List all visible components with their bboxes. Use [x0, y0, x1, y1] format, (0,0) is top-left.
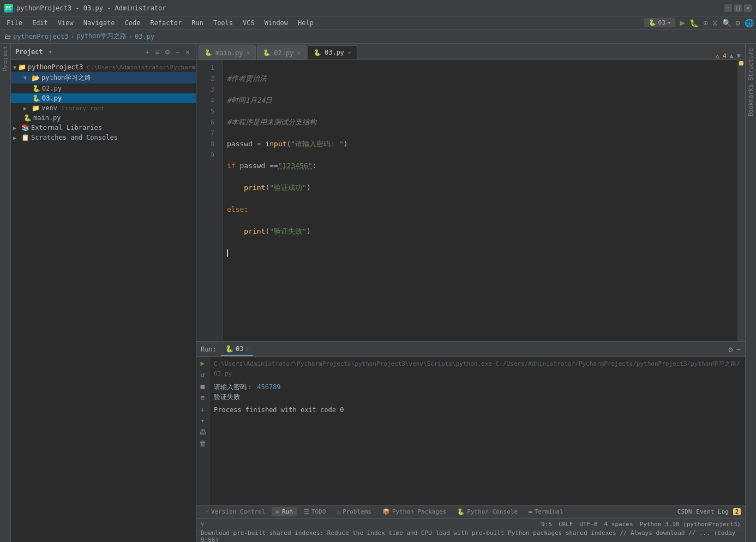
- tree-item-scratches[interactable]: ▶ 📋 Scratches and Consoles: [11, 133, 196, 142]
- sidebar-minimize-icon[interactable]: −: [173, 47, 181, 56]
- footer-tab-problems-label: Problems: [343, 508, 371, 515]
- line-col-status[interactable]: 9:5: [541, 521, 552, 528]
- title-bar: PC pythonProject3 - 03.py - Administrato…: [0, 0, 756, 16]
- menu-code[interactable]: Code: [121, 18, 145, 28]
- menu-file[interactable]: File: [2, 18, 27, 28]
- menu-tools[interactable]: Tools: [209, 18, 237, 28]
- menu-run[interactable]: Run: [187, 18, 208, 28]
- maximize-button[interactable]: □: [734, 4, 742, 12]
- scroll-up-icon[interactable]: ▲: [730, 52, 734, 59]
- chevron-down-icon: ▾: [49, 48, 52, 56]
- tab-mainpy[interactable]: 🐍 main.py ×: [199, 45, 256, 59]
- tab-02py[interactable]: 🐍 02.py ×: [257, 45, 307, 59]
- run-side-panel: ▶ ↺ ■ ≡ ↓ ▾ 🖶 🗑: [196, 357, 209, 505]
- run-print-icon[interactable]: 🖶: [199, 428, 206, 436]
- project-label[interactable]: 🗁: [4, 33, 11, 40]
- indent-status[interactable]: 4 spaces: [604, 521, 633, 528]
- run-settings-icon[interactable]: ⚙: [728, 345, 733, 354]
- footer-tab-packages[interactable]: 📦 Python Packages: [378, 507, 451, 516]
- tree-item-02py[interactable]: 🐍 02.py: [11, 84, 196, 93]
- run-stop-icon[interactable]: ■: [201, 382, 205, 390]
- tree-item-extlib[interactable]: ▶ 📚 External Libraries: [11, 123, 196, 133]
- tree-label-venv: venv: [41, 104, 57, 112]
- encoding-status[interactable]: UTF-8: [579, 521, 597, 528]
- input-value: 456789: [257, 383, 280, 391]
- event-log-label[interactable]: Event Log: [696, 508, 729, 515]
- coverage-button[interactable]: ⊙: [703, 19, 707, 27]
- py-file-icon: 🐍: [32, 94, 40, 102]
- run-tab-close[interactable]: ×: [245, 346, 249, 352]
- code-line7-kw: else: [227, 204, 244, 215]
- tab-close-03[interactable]: ×: [347, 49, 351, 56]
- footer-tab-todo[interactable]: ☰ TODO: [299, 507, 331, 516]
- close-button[interactable]: ✕: [744, 4, 752, 12]
- tab-close-main[interactable]: ×: [247, 49, 250, 56]
- footer-tab-run[interactable]: ▶ Run: [272, 507, 297, 516]
- tree-item-root[interactable]: ▼ 📁 pythonProject3 C:\Users\Administrato…: [11, 62, 196, 72]
- menu-refactor[interactable]: Refactor: [146, 18, 186, 28]
- sidebar-close-icon[interactable]: ×: [184, 47, 191, 56]
- run-button[interactable]: ▶: [680, 17, 685, 28]
- code-line8-func: print: [244, 226, 265, 237]
- python-version-status[interactable]: Python 3.10 (pythonProject3): [640, 521, 741, 528]
- run-toolbar: ⚙ −: [728, 345, 741, 354]
- tree-item-venv[interactable]: ▶ 📁 venv library root: [11, 103, 196, 113]
- sidebar-settings-icon[interactable]: ⚙: [164, 47, 171, 56]
- editor-area: 1 2 3 4 5 6 7 8 9 #作者贾治法 #时间1月24日 #本程序是用…: [196, 60, 745, 341]
- menu-vcs[interactable]: VCS: [238, 18, 259, 28]
- run-label: Run:: [201, 346, 217, 353]
- tab-03py[interactable]: 🐍 03.py ×: [308, 45, 357, 59]
- editor-gutter: [218, 60, 223, 341]
- settings-icon[interactable]: ⚙: [736, 19, 740, 27]
- global-icon[interactable]: 🌐: [745, 19, 754, 27]
- menu-edit[interactable]: Edit: [28, 18, 52, 28]
- notification-bar: Download pre-built shared indexes: Reduc…: [196, 530, 745, 542]
- tree-item-mainpy[interactable]: 🐍 main.py: [11, 113, 196, 123]
- folder-icon: 📁: [32, 104, 40, 112]
- tree-path: C:\Users\Administrator\PycharmPro: [87, 64, 196, 71]
- add-icon[interactable]: +: [143, 47, 151, 56]
- tab-label-02: 02.py: [274, 49, 293, 57]
- run-file-icon[interactable]: ≡: [201, 394, 205, 402]
- footer-tab-problems[interactable]: ⚠ Problems: [332, 507, 376, 516]
- run-tab-03[interactable]: 🐍 03 ×: [221, 343, 253, 356]
- collapse-all-icon[interactable]: ≡: [153, 47, 161, 56]
- run-rerun-icon[interactable]: ↺: [201, 371, 205, 379]
- minimize-button[interactable]: ─: [724, 4, 732, 12]
- code-line8-str: "验证失败": [269, 226, 307, 237]
- run-scroll-end-icon[interactable]: ↓: [201, 405, 205, 413]
- code-editor[interactable]: #作者贾治法 #时间1月24日 #本程序是用来测试分支结构 passwd = i…: [223, 60, 737, 341]
- menu-window[interactable]: Window: [260, 18, 292, 28]
- run-clear-icon[interactable]: 🗑: [199, 439, 206, 448]
- breadcrumb-folder[interactable]: python学习之路: [76, 32, 126, 41]
- debug-button[interactable]: 🐛: [689, 19, 699, 27]
- breadcrumb-file[interactable]: 03.py: [135, 33, 154, 40]
- bookmarks-label[interactable]: Bookmarks: [747, 84, 754, 117]
- expand-icon: ▶: [13, 125, 20, 131]
- menu-navigate[interactable]: Navigate: [79, 18, 119, 28]
- tree-item-folder-python[interactable]: ▼ 📂 python学习之路: [11, 72, 196, 84]
- profile-button[interactable]: ⧖: [712, 18, 718, 27]
- footer-tab-console[interactable]: 🐍 Python Console: [453, 507, 522, 516]
- status-left: ⑂: [201, 521, 205, 528]
- scroll-down-icon[interactable]: ▼: [737, 52, 741, 59]
- structure-label[interactable]: Structure: [747, 48, 754, 81]
- footer-tab-terminal[interactable]: ▬ Terminal: [524, 507, 568, 516]
- project-rail-label[interactable]: Project: [2, 46, 9, 71]
- tab-label-main: main.py: [215, 49, 243, 57]
- tree-item-03py[interactable]: 🐍 03.py: [11, 93, 196, 103]
- search-icon[interactable]: 🔍: [722, 19, 731, 27]
- menu-help[interactable]: Help: [293, 18, 318, 28]
- run-tab-label: 03: [236, 345, 243, 353]
- expand-icon: ▼: [13, 64, 16, 70]
- run-play-icon[interactable]: ▶: [201, 359, 205, 367]
- tab-close-02[interactable]: ×: [297, 49, 301, 56]
- run-minimize-icon[interactable]: −: [736, 345, 741, 354]
- line-separator-status[interactable]: CRLF: [559, 521, 573, 528]
- py-file-icon: 🐍: [32, 85, 40, 92]
- run-filter-icon[interactable]: ▾: [201, 416, 205, 425]
- footer-tab-vcs[interactable]: ⑂ Version Control: [201, 507, 269, 516]
- breadcrumb-project[interactable]: pythonProject3: [13, 33, 68, 40]
- menu-view[interactable]: View: [53, 18, 78, 28]
- run-config-dropdown[interactable]: 🐍 03 ▾: [644, 18, 676, 27]
